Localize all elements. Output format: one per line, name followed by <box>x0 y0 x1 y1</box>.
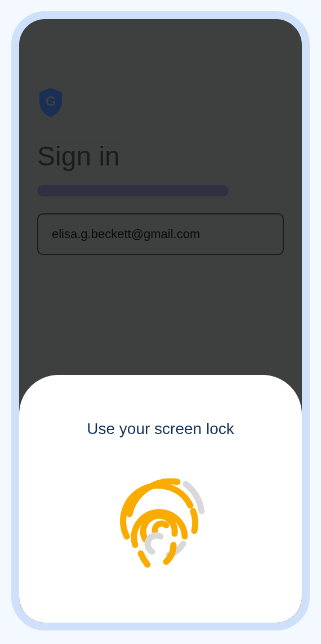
screen-lock-bottom-sheet: Use your screen lock <box>19 375 302 623</box>
subtitle-placeholder-bar <box>37 185 229 196</box>
phone-frame: G Sign in elisa.g.beckett@gmail.com Use … <box>11 11 310 630</box>
fingerprint-icon[interactable] <box>107 472 214 579</box>
svg-text:G: G <box>46 93 56 109</box>
sheet-title: Use your screen lock <box>87 420 234 438</box>
email-field[interactable]: elisa.g.beckett@gmail.com <box>37 213 284 255</box>
signin-title: Sign in <box>37 141 284 172</box>
google-shield-icon: G <box>37 87 64 118</box>
